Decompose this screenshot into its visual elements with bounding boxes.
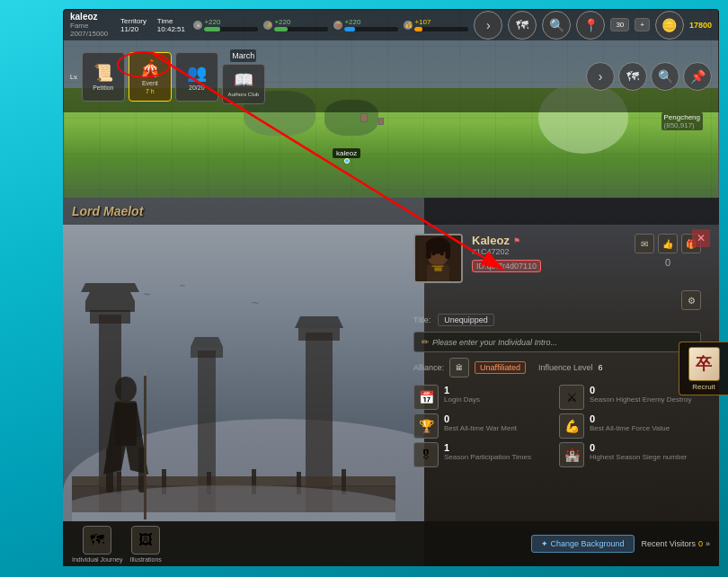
petition-btn[interactable]: 📜 Petition: [82, 52, 125, 102]
stat-war-merit-text: 0 Best All-time War Merit: [444, 413, 517, 433]
svg-rect-20: [342, 469, 346, 494]
svg-point-25: [115, 377, 137, 402]
close-button[interactable]: ✕: [692, 229, 710, 247]
svg-marker-31: [144, 367, 146, 376]
map-pin-btn[interactable]: 📌: [683, 62, 712, 91]
coin-icon: 🪙: [655, 11, 684, 40]
war-merit-icon: 🏆: [413, 413, 439, 439]
force-value-label: Best All-time Force Value: [590, 424, 670, 433]
authors-club-btn[interactable]: 📖 Authors Club: [222, 64, 265, 104]
map-action-bar: Lv. 📜 Petition 🎪 Event 7 h 👥 20/20 March: [63, 40, 719, 112]
svg-marker-6: [81, 283, 139, 292]
svg-rect-11: [298, 328, 340, 341]
title-value: Unequipped: [438, 314, 494, 326]
recruit-label: Recruit: [692, 383, 715, 391]
stat-siege-text: 0 Highest Season Siege number: [590, 442, 688, 462]
stat-force-value: 💪 0 Best All-time Force Value: [559, 413, 701, 439]
lord-profile-section: Kaleoz ⚑ #1C47202 ID:qth7r4d07110 ✉ 👍 🎁 …: [404, 225, 710, 482]
influence-value: 6: [598, 363, 602, 372]
stat-season-enemy-text: 0 Season Highest Enemy Destroy: [590, 385, 691, 404]
svg-rect-4: [85, 301, 135, 312]
map-right-btns: › 🗺 🔍 📌: [586, 62, 712, 91]
player-fame: Fame 2007/15000: [70, 22, 110, 38]
stat3: 🪵 +220: [333, 18, 398, 31]
svg-rect-28: [106, 448, 113, 493]
illustrations-icon: 🖼: [131, 526, 160, 555]
season-enemy-value: 0: [590, 385, 691, 395]
badge-btn[interactable]: 30: [610, 18, 629, 31]
alliance-value: Unaffiliated: [475, 361, 526, 374]
march-label: March: [230, 49, 256, 62]
illustrations-btn[interactable]: 🖼 Illustrations: [129, 526, 161, 563]
count-btn[interactable]: 👥 20/20: [175, 52, 218, 102]
mail-btn[interactable]: ✉: [635, 234, 654, 253]
recent-visitors-label: Recent Visitors: [642, 539, 696, 548]
war-merit-label: Best All-time War Merit: [444, 424, 517, 433]
individual-journey-label: Individual Journey: [72, 556, 122, 563]
recruit-button[interactable]: 卒 Recruit: [679, 342, 728, 395]
time-stat: Time 10:42:51: [157, 17, 189, 33]
war-merit-value: 0: [444, 413, 517, 424]
recent-visitors-count: 0: [698, 539, 703, 548]
season-participation-value: 1: [444, 442, 531, 453]
plus-btn[interactable]: +: [635, 18, 650, 31]
map-search-btn[interactable]: 🔍: [651, 62, 679, 91]
lord-flag-icon: ⚑: [513, 236, 520, 245]
map-player-marker: kaleoz: [333, 148, 360, 164]
petition-icon: 📜: [93, 63, 113, 83]
map-player-dot: [344, 158, 350, 164]
lord-id: #1C47202: [472, 247, 626, 256]
svg-text:〜: 〜: [252, 299, 259, 307]
individual-journey-icon: 🗺: [83, 526, 111, 555]
figure-svg: [90, 367, 162, 528]
change-bg-btn[interactable]: ✦ Change Background: [531, 535, 635, 553]
svg-rect-41: [434, 267, 441, 271]
lord-avatar-inner: [415, 235, 461, 281]
count-icon: 👥: [187, 63, 207, 83]
lord-avatar: [413, 234, 463, 283]
map-nav-btn[interactable]: ›: [586, 62, 615, 91]
stat2-icon: 🌾: [263, 21, 272, 30]
svg-text:〜: 〜: [144, 291, 150, 297]
season-enemy-label: Season Highest Enemy Destroy: [590, 395, 691, 404]
time-label: Time 10:42:51: [157, 17, 189, 33]
authors-club-icon: 📖: [234, 70, 253, 90]
navigate-btn[interactable]: ›: [474, 11, 502, 40]
territory-label: Territory 11/20: [120, 17, 152, 33]
lord-profile-header: Kaleoz ⚑ #1C47202 ID:qth7r4d07110 ✉ 👍 🎁 …: [413, 234, 701, 283]
thumbsup-btn[interactable]: 👍: [658, 234, 678, 253]
svg-marker-12: [295, 316, 343, 328]
season-participation-icon: 🎖: [413, 442, 439, 467]
count-btn-wrap: 👥 20/20: [175, 52, 218, 102]
search-btn[interactable]: 🔍: [542, 11, 571, 40]
svg-rect-8: [191, 347, 223, 358]
map-zoom-btn[interactable]: 🗺: [618, 62, 647, 91]
siege-icon: 🏰: [559, 442, 584, 467]
event-btn-wrap: 🎪 Event 7 h: [129, 52, 172, 102]
lord-alliance-row: Alliance: 🏛 Unaffiliated Influence Level…: [413, 358, 701, 377]
lord-title-row: Title: Unequipped: [413, 314, 701, 326]
lord-bottom-bar: 🗺 Individual Journey 🖼 Illustrations ✦ C…: [63, 521, 719, 566]
lord-zero-count: 0: [665, 257, 670, 268]
event-label: Event: [142, 80, 158, 86]
stat1: ⚔ +220: [193, 18, 258, 31]
login-days-icon: 📅: [413, 385, 439, 410]
force-value-icon: 💪: [559, 413, 584, 439]
illustrations-label: Illustrations: [129, 556, 161, 563]
lord-panel: 〜 〜 〜: [63, 198, 719, 566]
individual-journey-btn[interactable]: 🗺 Individual Journey: [72, 526, 122, 563]
event-icon: 🎪: [140, 58, 160, 78]
svg-marker-5: [85, 292, 135, 301]
map-player-label: kaleoz: [333, 148, 360, 158]
location-btn[interactable]: 📍: [576, 11, 605, 40]
gear-btn[interactable]: ⚙: [681, 290, 701, 310]
map-btn[interactable]: 🗺: [508, 11, 537, 40]
lord-stats-grid: 📅 1 Login Days ⚔ 0 Season Highest Enemy …: [413, 385, 701, 467]
change-bg-icon: ✦: [541, 539, 548, 548]
main-container: kaleoz Fame 2007/15000 Territory 11/20 T…: [0, 0, 728, 577]
alliance-label: Alliance:: [413, 363, 444, 372]
siege-value: 0: [590, 442, 688, 453]
influence-label: Influence Level: [538, 363, 593, 372]
event-btn[interactable]: 🎪 Event 7 h: [129, 52, 172, 102]
recent-visitors-btn[interactable]: Recent Visitors 0 »: [642, 539, 710, 548]
